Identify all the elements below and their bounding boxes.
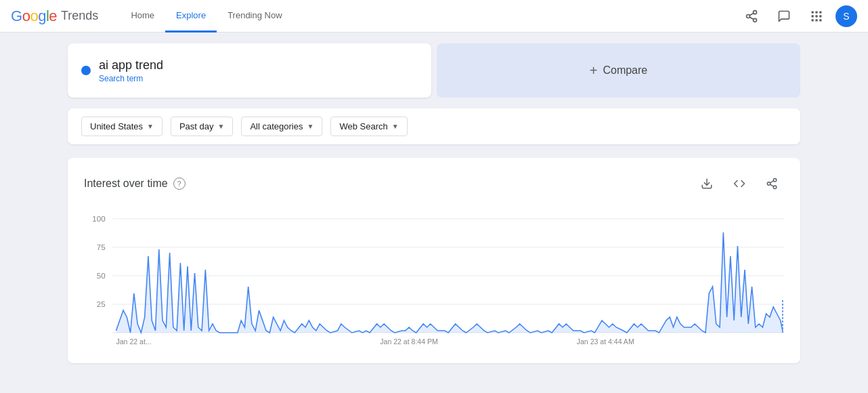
svg-text:75: 75 <box>97 243 106 251</box>
download-button[interactable] <box>695 171 719 196</box>
svg-line-4 <box>750 13 754 15</box>
search-term-card: ai app trend Search term <box>68 43 431 98</box>
svg-text:Jan 22 at 8:44 PM: Jan 22 at 8:44 PM <box>380 338 438 346</box>
main-content: ai app trend Search term + Compare Unite… <box>0 33 868 374</box>
interest-over-time-chart: 100 75 50 25 Jan <box>84 212 784 348</box>
header-actions: S <box>738 3 857 30</box>
header: Google Trends Home Explore Trending Now <box>0 0 868 33</box>
svg-rect-5 <box>812 11 814 13</box>
message-icon <box>777 9 791 23</box>
filters-section: United States ▼ Past day ▼ All categorie… <box>68 108 800 144</box>
term-dot <box>81 66 91 75</box>
search-section: ai app trend Search term + Compare <box>68 43 800 98</box>
svg-rect-8 <box>812 15 814 17</box>
region-filter[interactable]: United States ▼ <box>81 117 162 136</box>
main-nav: Home Explore Trending Now <box>120 0 738 33</box>
search-type-filter[interactable]: Web Search ▼ <box>330 117 407 136</box>
search-term-text: ai app trend <box>99 58 163 73</box>
svg-rect-10 <box>819 15 821 17</box>
term-text-wrap: ai app trend Search term <box>99 58 163 83</box>
svg-line-3 <box>750 17 754 19</box>
svg-text:100: 100 <box>92 215 105 223</box>
svg-rect-7 <box>819 11 821 13</box>
search-term-label: Search term <box>99 74 163 83</box>
logo-trends-text: Trends <box>61 9 98 23</box>
nav-item-trending[interactable]: Trending Now <box>217 0 292 33</box>
avatar[interactable]: S <box>836 5 857 27</box>
nav-item-explore[interactable]: Explore <box>165 0 217 33</box>
svg-line-19 <box>770 181 773 183</box>
svg-rect-11 <box>812 19 814 21</box>
share-chart-icon <box>766 178 778 190</box>
download-icon <box>701 178 713 190</box>
nav-item-home[interactable]: Home <box>120 0 165 33</box>
compare-label: Compare <box>603 64 647 77</box>
chart-title-row: Interest over time ? <box>84 178 186 190</box>
compare-card[interactable]: + Compare <box>437 43 800 98</box>
message-button[interactable] <box>771 3 798 30</box>
apps-icon <box>810 9 823 23</box>
region-dropdown-icon: ▼ <box>147 123 154 130</box>
compare-plus-icon: + <box>590 63 598 79</box>
category-filter[interactable]: All categories ▼ <box>241 117 322 136</box>
svg-text:Jan 22 at...: Jan 22 at... <box>116 338 151 346</box>
svg-text:50: 50 <box>97 272 106 280</box>
search-type-label: Web Search <box>339 121 387 131</box>
help-icon[interactable]: ? <box>173 178 186 190</box>
embed-button[interactable] <box>727 171 752 196</box>
apps-button[interactable] <box>803 3 830 30</box>
svg-text:Jan 23 at 4:44 AM: Jan 23 at 4:44 AM <box>577 338 634 346</box>
share-icon <box>745 9 758 23</box>
chart-card: Interest over time ? <box>68 158 800 363</box>
share-chart-button[interactable] <box>760 171 784 196</box>
chart-header: Interest over time ? <box>84 171 784 196</box>
logo-google-text: Google <box>11 7 57 25</box>
svg-rect-6 <box>815 11 817 13</box>
category-dropdown-icon: ▼ <box>307 123 314 130</box>
chart-actions <box>695 171 784 196</box>
share-button[interactable] <box>738 3 765 30</box>
chart-title: Interest over time <box>84 178 168 190</box>
svg-rect-13 <box>819 19 821 21</box>
svg-line-18 <box>770 184 773 186</box>
logo[interactable]: Google Trends <box>11 7 98 25</box>
svg-rect-9 <box>815 15 817 17</box>
svg-text:25: 25 <box>97 300 106 308</box>
svg-rect-12 <box>815 19 817 21</box>
time-dropdown-icon: ▼ <box>218 123 225 130</box>
time-label: Past day <box>179 121 214 131</box>
category-label: All categories <box>250 121 303 131</box>
region-label: United States <box>90 121 143 131</box>
chart-wrapper: 100 75 50 25 Jan <box>84 212 784 350</box>
search-type-dropdown-icon: ▼ <box>392 123 399 130</box>
embed-icon <box>733 178 745 190</box>
time-filter[interactable]: Past day ▼ <box>171 117 234 136</box>
